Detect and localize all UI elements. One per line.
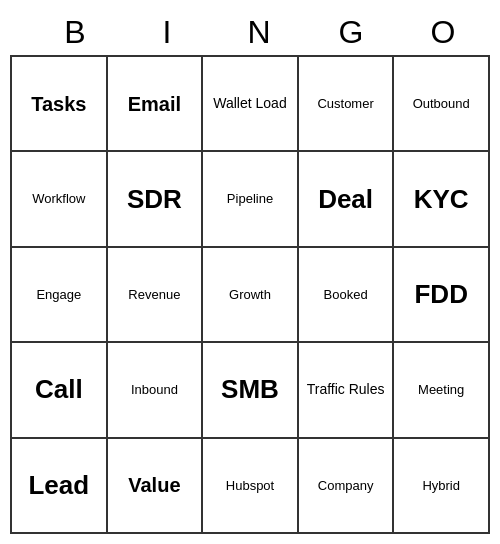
cell-r4-c3: Company	[299, 439, 395, 534]
cell-r0-c2: Wallet Load	[203, 57, 299, 152]
header-n: N	[214, 10, 306, 55]
bingo-header: B I N G O	[10, 10, 490, 55]
cell-r1-c2: Pipeline	[203, 152, 299, 247]
header-o: O	[398, 10, 490, 55]
cell-text-r3-c0: Call	[35, 374, 83, 405]
cell-r1-c3: Deal	[299, 152, 395, 247]
cell-r1-c4: KYC	[394, 152, 490, 247]
cell-r4-c2: Hubspot	[203, 439, 299, 534]
cell-text-r4-c3: Company	[318, 478, 374, 494]
cell-text-r1-c4: KYC	[414, 184, 469, 215]
bingo-grid: TasksEmailWallet LoadCustomerOutboundWor…	[10, 55, 490, 534]
cell-text-r0-c0: Tasks	[31, 92, 86, 116]
cell-text-r3-c1: Inbound	[131, 382, 178, 398]
cell-text-r3-c4: Meeting	[418, 382, 464, 398]
cell-r2-c0: Engage	[12, 248, 108, 343]
cell-r2-c3: Booked	[299, 248, 395, 343]
cell-text-r3-c2: SMB	[221, 374, 279, 405]
cell-r2-c1: Revenue	[108, 248, 204, 343]
cell-text-r1-c2: Pipeline	[227, 191, 273, 207]
cell-text-r0-c3: Customer	[317, 96, 373, 112]
header-b: B	[30, 10, 122, 55]
cell-text-r2-c0: Engage	[36, 287, 81, 303]
cell-r2-c2: Growth	[203, 248, 299, 343]
cell-text-r0-c1: Email	[128, 92, 181, 116]
cell-r4-c0: Lead	[12, 439, 108, 534]
cell-r0-c0: Tasks	[12, 57, 108, 152]
cell-text-r4-c0: Lead	[28, 470, 89, 501]
cell-r3-c3: Traffic Rules	[299, 343, 395, 438]
cell-r1-c0: Workflow	[12, 152, 108, 247]
cell-r3-c0: Call	[12, 343, 108, 438]
header-i: I	[122, 10, 214, 55]
cell-text-r2-c4: FDD	[414, 279, 467, 310]
cell-text-r2-c1: Revenue	[128, 287, 180, 303]
cell-r2-c4: FDD	[394, 248, 490, 343]
cell-r3-c2: SMB	[203, 343, 299, 438]
cell-text-r0-c4: Outbound	[413, 96, 470, 112]
cell-text-r3-c3: Traffic Rules	[307, 381, 385, 398]
cell-text-r1-c1: SDR	[127, 184, 182, 215]
cell-r3-c4: Meeting	[394, 343, 490, 438]
cell-r1-c1: SDR	[108, 152, 204, 247]
cell-text-r0-c2: Wallet Load	[213, 95, 286, 112]
cell-text-r1-c0: Workflow	[32, 191, 85, 207]
header-g: G	[306, 10, 398, 55]
cell-r4-c1: Value	[108, 439, 204, 534]
cell-text-r4-c1: Value	[128, 473, 180, 497]
cell-r0-c1: Email	[108, 57, 204, 152]
cell-text-r4-c4: Hybrid	[422, 478, 460, 494]
cell-r4-c4: Hybrid	[394, 439, 490, 534]
cell-text-r2-c2: Growth	[229, 287, 271, 303]
cell-r3-c1: Inbound	[108, 343, 204, 438]
cell-text-r4-c2: Hubspot	[226, 478, 274, 494]
cell-text-r2-c3: Booked	[324, 287, 368, 303]
cell-r0-c4: Outbound	[394, 57, 490, 152]
cell-r0-c3: Customer	[299, 57, 395, 152]
bingo-card: B I N G O TasksEmailWallet LoadCustomerO…	[10, 10, 490, 534]
cell-text-r1-c3: Deal	[318, 184, 373, 215]
